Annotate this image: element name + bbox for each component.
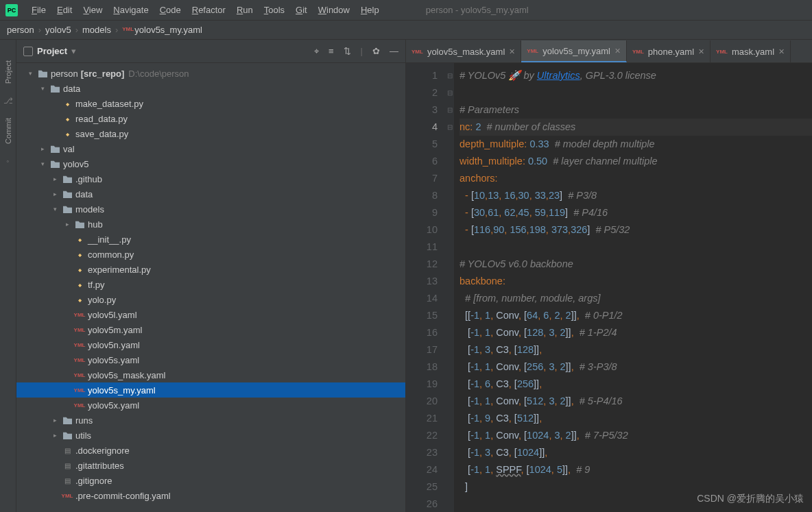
menu-navigate[interactable]: Navigate [108, 5, 154, 15]
breadcrumb-item[interactable]: models [82, 25, 111, 35]
tree-label: .github [75, 174, 102, 184]
tree-item[interactable]: YMLyolov5n.yaml [16, 337, 405, 352]
editor-tab[interactable]: YMLyolov5s_mask.yaml✕ [406, 40, 521, 62]
tree-item[interactable]: ▸hub [16, 217, 405, 232]
tree-item[interactable]: ⬥yolo.py [16, 292, 405, 307]
tree-item[interactable]: ▤.gitattributes [16, 458, 405, 473]
tree-item[interactable]: ▸val [16, 141, 405, 156]
collapse-icon[interactable]: ⇅ [344, 46, 351, 57]
tree-item[interactable]: ▾person[src_repo]D:\code\person [16, 66, 405, 81]
tree-item[interactable]: ▸.github [16, 171, 405, 186]
tree-item[interactable]: YML.pre-commit-config.yaml [16, 488, 405, 503]
tree-item[interactable]: ⬥read_data.py [16, 111, 405, 126]
tree-label: yolov5 [63, 159, 89, 169]
commit-tool-tab[interactable]: Commit [4, 118, 12, 144]
menu-edit[interactable]: Edit [51, 5, 77, 15]
yaml-icon: YML [74, 400, 85, 411]
tree-item[interactable]: ▤.dockerignore [16, 443, 405, 458]
tree-item[interactable]: YMLyolov5s_my.yaml [16, 382, 405, 398]
close-icon[interactable]: ✕ [778, 47, 785, 56]
tree-label: experimental.py [88, 265, 151, 275]
tree-item[interactable]: ⬥tf.py [16, 277, 405, 292]
gear-icon[interactable]: ✿ [372, 46, 380, 57]
tree-item[interactable]: ⬥save_data.py [16, 126, 405, 141]
py-icon: ⬥ [62, 113, 73, 124]
tree-item[interactable]: ▾yolov5 [16, 156, 405, 171]
close-icon[interactable]: ✕ [698, 47, 704, 56]
editor[interactable]: 1234567891011121314151617181920212223242… [406, 63, 812, 512]
folder-icon [62, 204, 73, 215]
tree-item[interactable]: YMLyolov5x.yaml [16, 398, 405, 413]
yaml-file-icon: YML [122, 26, 132, 34]
chevron-icon[interactable]: ▾ [38, 85, 47, 92]
chevron-right-icon: › [38, 25, 41, 35]
file-icon: ▤ [62, 445, 73, 456]
breadcrumb-item[interactable]: yolov5s_my.yaml [134, 25, 202, 35]
tab-label: mask.yaml [732, 47, 774, 57]
project-tree[interactable]: ▾person[src_repo]D:\code\person▾data⬥mak… [16, 63, 405, 512]
tree-item[interactable]: ⬥make_dataset.py [16, 96, 405, 111]
chevron-icon[interactable]: ▾ [38, 160, 47, 167]
menu-view[interactable]: View [77, 5, 108, 15]
breadcrumb: person › yolov5 › models › YML yolov5s_m… [0, 21, 812, 40]
minimize-icon[interactable]: — [390, 46, 398, 57]
yaml-file-icon: YML [632, 49, 644, 55]
tree-item[interactable]: ▾models [16, 202, 405, 217]
tree-item[interactable]: ⬥common.py [16, 247, 405, 262]
tree-label: yolo.py [88, 295, 116, 305]
expand-icon[interactable]: ≡ [329, 46, 334, 57]
gutter[interactable]: 1234567891011121314151617181920212223242… [406, 63, 446, 512]
menu-window[interactable]: Window [313, 5, 355, 15]
code-content[interactable]: # YOLOv5 🚀 by Ultralytics, GPL-3.0 licen… [454, 63, 812, 512]
tree-item[interactable]: ▸data [16, 186, 405, 202]
editor-tabs: YMLyolov5s_mask.yaml✕YMLyolov5s_my.yaml✕… [406, 40, 812, 63]
window-title: person - yolov5s_my.yaml [426, 5, 529, 15]
editor-tab[interactable]: YMLphone.yaml✕ [627, 40, 710, 62]
menu-tools[interactable]: Tools [259, 5, 290, 15]
close-icon[interactable]: ✕ [509, 47, 515, 56]
fold-column[interactable]: ⊟⊟⊟⊟ [446, 63, 454, 512]
tree-label: .gitignore [75, 476, 112, 486]
chevron-icon[interactable]: ▸ [51, 175, 59, 182]
editor-tab[interactable]: YMLmask.yaml✕ [710, 40, 791, 62]
folder-icon [49, 158, 60, 169]
close-icon[interactable]: ✕ [614, 47, 621, 56]
breadcrumb-item[interactable]: yolov5 [45, 25, 71, 35]
tree-item[interactable]: ▾data [16, 81, 405, 96]
chevron-icon[interactable]: ▸ [63, 221, 71, 228]
menu-file[interactable]: File [26, 5, 51, 15]
menu-code[interactable]: Code [154, 5, 187, 15]
menu-help[interactable]: Help [355, 5, 385, 15]
yaml-icon: YML [62, 490, 73, 501]
chevron-icon[interactable]: ▸ [51, 432, 59, 439]
tree-label: yolov5s_mask.yaml [88, 370, 165, 380]
tree-item[interactable]: YMLyolov5m.yaml [16, 322, 405, 337]
editor-tab[interactable]: YMLyolov5s_my.yaml✕ [521, 40, 627, 62]
tree-item[interactable]: YMLyolov5s.yaml [16, 352, 405, 367]
tree-item[interactable]: ⬥experimental.py [16, 262, 405, 277]
chevron-down-icon[interactable]: ▾ [71, 46, 76, 56]
breadcrumb-item[interactable]: person [7, 25, 34, 35]
locate-icon[interactable]: ⌖ [314, 46, 319, 57]
folder-icon [49, 83, 60, 94]
chevron-icon[interactable]: ▸ [51, 191, 59, 197]
file-icon: ▤ [62, 475, 73, 486]
chevron-icon[interactable]: ▾ [51, 206, 59, 212]
tree-label: yolov5s.yaml [88, 355, 139, 365]
tree-item[interactable]: ⬥__init__.py [16, 232, 405, 247]
tree-label: .dockerignore [75, 446, 130, 456]
tree-item[interactable]: ▤.gitignore [16, 473, 405, 488]
chevron-icon[interactable]: ▸ [38, 145, 47, 152]
menu-git[interactable]: Git [290, 5, 313, 15]
menu-run[interactable]: Run [231, 5, 259, 15]
tree-item[interactable]: ▸runs [16, 413, 405, 428]
chevron-icon[interactable]: ▾ [26, 70, 34, 77]
folder-icon [62, 173, 73, 184]
tree-item[interactable]: YMLyolov5l.yaml [16, 307, 405, 322]
chevron-icon[interactable]: ▸ [51, 417, 59, 424]
yaml-icon: YML [74, 369, 85, 380]
project-tool-tab[interactable]: Project [4, 60, 12, 84]
tree-item[interactable]: ▸utils [16, 428, 405, 443]
menu-refactor[interactable]: Refactor [187, 5, 231, 15]
tree-item[interactable]: YMLyolov5s_mask.yaml [16, 367, 405, 382]
